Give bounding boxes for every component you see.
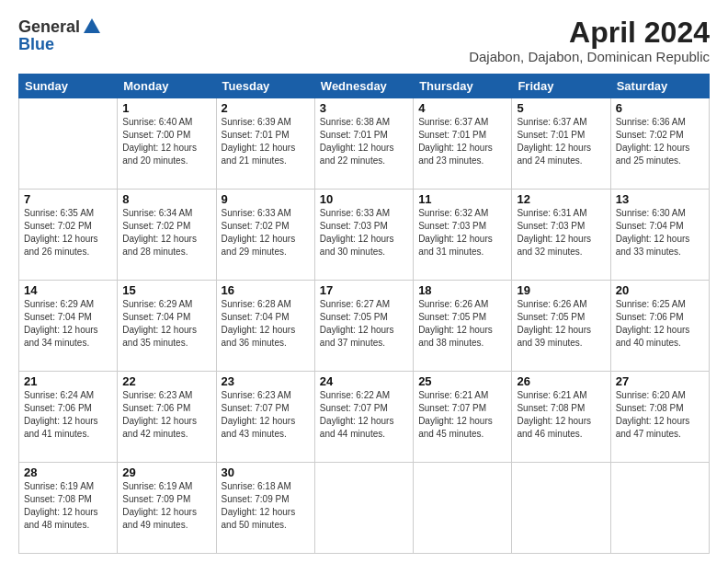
day-number: 29 <box>122 465 210 479</box>
calendar-cell: 20Sunrise: 6:25 AM Sunset: 7:06 PM Dayli… <box>610 281 709 372</box>
day-info: Sunrise: 6:29 AM Sunset: 7:04 PM Dayligh… <box>122 298 210 350</box>
calendar-cell: 21Sunrise: 6:24 AM Sunset: 7:06 PM Dayli… <box>19 372 118 463</box>
day-number: 19 <box>517 283 605 297</box>
day-number: 25 <box>418 374 506 388</box>
week-row-0: 1Sunrise: 6:40 AM Sunset: 7:00 PM Daylig… <box>19 98 710 190</box>
logo-blue: Blue <box>18 35 54 54</box>
day-number: 30 <box>222 465 310 479</box>
day-info: Sunrise: 6:33 AM Sunset: 7:02 PM Dayligh… <box>222 207 310 259</box>
day-info: Sunrise: 6:27 AM Sunset: 7:05 PM Dayligh… <box>320 298 408 350</box>
calendar-cell: 26Sunrise: 6:21 AM Sunset: 7:08 PM Dayli… <box>512 372 610 463</box>
day-number: 3 <box>320 101 408 115</box>
day-number: 4 <box>418 101 506 115</box>
day-info: Sunrise: 6:29 AM Sunset: 7:04 PM Dayligh… <box>24 298 112 350</box>
calendar-cell: 23Sunrise: 6:23 AM Sunset: 7:07 PM Dayli… <box>216 372 314 463</box>
day-info: Sunrise: 6:32 AM Sunset: 7:03 PM Dayligh… <box>418 207 506 259</box>
calendar-cell: 24Sunrise: 6:22 AM Sunset: 7:07 PM Dayli… <box>314 372 413 463</box>
day-info: Sunrise: 6:19 AM Sunset: 7:09 PM Dayligh… <box>122 480 210 532</box>
day-info: Sunrise: 6:21 AM Sunset: 7:07 PM Dayligh… <box>418 389 506 441</box>
day-number: 1 <box>122 101 210 115</box>
calendar-cell: 3Sunrise: 6:38 AM Sunset: 7:01 PM Daylig… <box>314 98 413 190</box>
day-info: Sunrise: 6:40 AM Sunset: 7:00 PM Dayligh… <box>122 116 210 167</box>
calendar-cell <box>314 463 413 554</box>
calendar-table: SundayMondayTuesdayWednesdayThursdayFrid… <box>18 74 710 554</box>
calendar-cell: 8Sunrise: 6:34 AM Sunset: 7:02 PM Daylig… <box>118 190 216 281</box>
day-info: Sunrise: 6:24 AM Sunset: 7:06 PM Dayligh… <box>24 389 112 441</box>
day-info: Sunrise: 6:23 AM Sunset: 7:07 PM Dayligh… <box>222 389 310 441</box>
day-number: 23 <box>222 374 310 388</box>
calendar-cell: 17Sunrise: 6:27 AM Sunset: 7:05 PM Dayli… <box>314 281 413 372</box>
day-info: Sunrise: 6:26 AM Sunset: 7:05 PM Dayligh… <box>517 298 605 350</box>
day-info: Sunrise: 6:36 AM Sunset: 7:02 PM Dayligh… <box>616 116 704 167</box>
calendar-cell: 14Sunrise: 6:29 AM Sunset: 7:04 PM Dayli… <box>19 281 118 372</box>
day-info: Sunrise: 6:28 AM Sunset: 7:04 PM Dayligh… <box>222 298 310 350</box>
day-info: Sunrise: 6:37 AM Sunset: 7:01 PM Dayligh… <box>517 116 605 167</box>
day-info: Sunrise: 6:31 AM Sunset: 7:03 PM Dayligh… <box>517 207 605 259</box>
calendar-cell: 30Sunrise: 6:18 AM Sunset: 7:09 PM Dayli… <box>216 463 314 554</box>
day-number: 14 <box>24 283 112 297</box>
calendar-cell: 28Sunrise: 6:19 AM Sunset: 7:08 PM Dayli… <box>19 463 118 554</box>
logo-icon <box>82 17 102 37</box>
day-number: 17 <box>320 283 408 297</box>
day-number: 9 <box>222 192 310 206</box>
day-number: 27 <box>616 374 704 388</box>
week-row-1: 7Sunrise: 6:35 AM Sunset: 7:02 PM Daylig… <box>19 190 710 281</box>
col-header-friday: Friday <box>512 75 610 98</box>
day-number: 13 <box>616 192 704 206</box>
day-info: Sunrise: 6:19 AM Sunset: 7:08 PM Dayligh… <box>24 480 112 532</box>
calendar-cell: 27Sunrise: 6:20 AM Sunset: 7:08 PM Dayli… <box>610 372 709 463</box>
calendar-cell: 16Sunrise: 6:28 AM Sunset: 7:04 PM Dayli… <box>216 281 314 372</box>
day-info: Sunrise: 6:34 AM Sunset: 7:02 PM Dayligh… <box>122 207 210 259</box>
svg-marker-0 <box>84 18 100 33</box>
calendar-subtitle: Dajabon, Dajabon, Dominican Republic <box>469 49 710 64</box>
day-info: Sunrise: 6:38 AM Sunset: 7:01 PM Dayligh… <box>320 116 408 167</box>
day-number: 20 <box>616 283 704 297</box>
day-number: 5 <box>517 101 605 115</box>
calendar-cell: 11Sunrise: 6:32 AM Sunset: 7:03 PM Dayli… <box>414 190 512 281</box>
col-header-tuesday: Tuesday <box>216 75 314 98</box>
calendar-cell: 6Sunrise: 6:36 AM Sunset: 7:02 PM Daylig… <box>610 98 709 190</box>
calendar-cell: 13Sunrise: 6:30 AM Sunset: 7:04 PM Dayli… <box>610 190 709 281</box>
day-info: Sunrise: 6:30 AM Sunset: 7:04 PM Dayligh… <box>616 207 704 259</box>
calendar-cell: 7Sunrise: 6:35 AM Sunset: 7:02 PM Daylig… <box>19 190 118 281</box>
calendar-cell: 4Sunrise: 6:37 AM Sunset: 7:01 PM Daylig… <box>414 98 512 190</box>
day-number: 18 <box>418 283 506 297</box>
day-number: 26 <box>517 374 605 388</box>
logo: General Blue <box>18 17 102 54</box>
week-row-4: 28Sunrise: 6:19 AM Sunset: 7:08 PM Dayli… <box>19 463 710 554</box>
logo-general: General <box>18 17 80 37</box>
day-info: Sunrise: 6:26 AM Sunset: 7:05 PM Dayligh… <box>418 298 506 350</box>
calendar-cell: 18Sunrise: 6:26 AM Sunset: 7:05 PM Dayli… <box>414 281 512 372</box>
calendar-cell: 1Sunrise: 6:40 AM Sunset: 7:00 PM Daylig… <box>118 98 216 190</box>
day-number: 15 <box>122 283 210 297</box>
calendar-cell: 9Sunrise: 6:33 AM Sunset: 7:02 PM Daylig… <box>216 190 314 281</box>
calendar-cell <box>610 463 709 554</box>
week-row-3: 21Sunrise: 6:24 AM Sunset: 7:06 PM Dayli… <box>19 372 710 463</box>
day-number: 21 <box>24 374 112 388</box>
day-number: 8 <box>122 192 210 206</box>
day-number: 24 <box>320 374 408 388</box>
day-number: 12 <box>517 192 605 206</box>
day-info: Sunrise: 6:33 AM Sunset: 7:03 PM Dayligh… <box>320 207 408 259</box>
day-info: Sunrise: 6:20 AM Sunset: 7:08 PM Dayligh… <box>616 389 704 441</box>
calendar-cell: 5Sunrise: 6:37 AM Sunset: 7:01 PM Daylig… <box>512 98 610 190</box>
day-number: 6 <box>616 101 704 115</box>
col-header-wednesday: Wednesday <box>314 75 413 98</box>
day-info: Sunrise: 6:35 AM Sunset: 7:02 PM Dayligh… <box>24 207 112 259</box>
calendar-cell: 2Sunrise: 6:39 AM Sunset: 7:01 PM Daylig… <box>216 98 314 190</box>
day-info: Sunrise: 6:18 AM Sunset: 7:09 PM Dayligh… <box>222 480 310 532</box>
day-number: 28 <box>24 465 112 479</box>
calendar-title: April 2024 <box>469 17 710 49</box>
day-number: 16 <box>222 283 310 297</box>
col-header-monday: Monday <box>118 75 216 98</box>
calendar-cell <box>19 98 118 190</box>
day-info: Sunrise: 6:23 AM Sunset: 7:06 PM Dayligh… <box>122 389 210 441</box>
day-number: 22 <box>122 374 210 388</box>
day-info: Sunrise: 6:39 AM Sunset: 7:01 PM Dayligh… <box>222 116 310 167</box>
page: General Blue April 2024 Dajabon, Dajabon… <box>0 0 728 563</box>
day-number: 7 <box>24 192 112 206</box>
day-info: Sunrise: 6:21 AM Sunset: 7:08 PM Dayligh… <box>517 389 605 441</box>
calendar-cell: 19Sunrise: 6:26 AM Sunset: 7:05 PM Dayli… <box>512 281 610 372</box>
week-row-2: 14Sunrise: 6:29 AM Sunset: 7:04 PM Dayli… <box>19 281 710 372</box>
calendar-cell: 29Sunrise: 6:19 AM Sunset: 7:09 PM Dayli… <box>118 463 216 554</box>
